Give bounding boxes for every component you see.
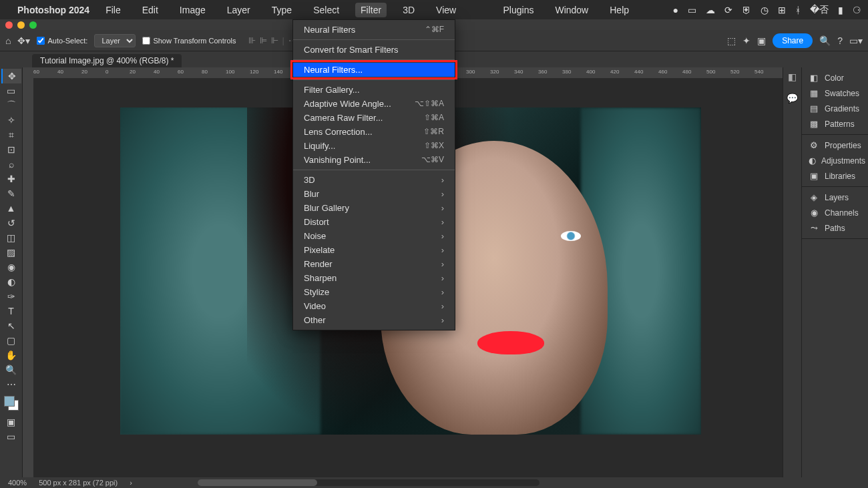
rectangle-tool[interactable]: ▢ [1,333,21,348]
eyedropper-tool[interactable]: ⌕ [1,157,21,172]
frame-tool[interactable]: ⊡ [1,142,21,157]
quick-mask-icon[interactable]: ▣ [1,415,21,429]
battery-icon[interactable]: ▮ [838,5,843,15]
panel-row-patterns[interactable]: ▩Patterns [802,116,868,132]
panel-row-channels[interactable]: ◉Channels [802,205,868,220]
brush-tool[interactable]: ✎ [1,186,21,201]
menu-select[interactable]: Select [308,3,345,17]
menu-item-noise[interactable]: Noise› [293,229,455,243]
document-tab[interactable]: Tutorial Image.jpg @ 400% (RGB/8) * [32,54,182,67]
auto-select-checkbox[interactable] [37,37,45,45]
panel-row-gradients[interactable]: ▤Gradients [802,101,868,116]
menu-item-last-filter[interactable]: Neural Filters ⌃⌘F [293,23,455,37]
panel-row-paths[interactable]: ⤳Paths [802,220,868,236]
color-swatch[interactable] [4,396,19,411]
move-tool[interactable]: ✥ [1,69,21,83]
menu-item-camera-raw-filter---[interactable]: Camera Raw Filter...⇧⌘A [293,111,455,125]
marquee-tool[interactable]: ▭ [1,83,21,98]
edit-toolbar[interactable]: ⋯ [1,377,21,392]
magic-wand-tool[interactable]: ✧ [1,113,21,128]
stamp-tool[interactable]: ▲ [1,201,21,216]
show-transform-checkbox[interactable] [142,37,150,45]
eraser-tool[interactable]: ◫ [1,230,21,245]
menu-item-blur-gallery[interactable]: Blur Gallery› [293,201,455,215]
panel-row-swatches[interactable]: ▦Swatches [802,85,868,101]
screen-mode-icon[interactable]: ▭ [1,429,21,444]
healing-tool[interactable]: ✚ [1,172,21,186]
align-left-icon[interactable]: ⊪ [248,35,256,45]
menu-edit[interactable]: Edit [137,3,164,17]
menu-item-convert-smart[interactable]: Convert for Smart Filters [293,43,455,57]
menu-item-stylize[interactable]: Stylize› [293,285,455,299]
screen-icon[interactable]: ▭ [688,5,696,15]
panel-row-libraries[interactable]: ▣Libraries [802,168,868,184]
panel-row-properties[interactable]: ⚙Properties [802,138,868,153]
menu-plugins[interactable]: Plugins [498,3,539,17]
menu-item-adaptive-wide-angle---[interactable]: Adaptive Wide Angle...⌥⇧⌘A [293,97,455,111]
menu-item-sharpen[interactable]: Sharpen› [293,271,455,285]
auto-select-dropdown[interactable]: Layer [94,34,136,47]
menu-item-blur[interactable]: Blur› [293,187,455,201]
zoom-level[interactable]: 400% [8,479,27,487]
pen-tool[interactable]: ✑ [1,289,21,304]
menu-window[interactable]: Window [550,3,594,17]
sync-icon[interactable]: ⟳ [724,5,732,15]
panel-icon-2[interactable]: 💬 [787,93,798,103]
menu-item-other[interactable]: Other› [293,313,455,327]
horizontal-scrollbar[interactable] [198,479,539,486]
3d-mode-icon[interactable]: ⬚ [727,35,736,46]
menu-item-video[interactable]: Video› [293,299,455,313]
search-icon[interactable]: 🔍 [819,35,831,46]
panel-row-layers[interactable]: ◈Layers [802,190,868,205]
menu-item-liquify---[interactable]: Liquify...⇧⌘X [293,139,455,153]
type-tool[interactable]: T [1,304,21,318]
bluetooth-icon[interactable]: ᚼ [795,5,801,15]
control-center-icon[interactable]: ⚆ [853,5,861,15]
hand-tool[interactable]: ✋ [1,348,21,362]
wifi-icon[interactable]: �否 [810,4,829,16]
history-brush-tool[interactable]: ↺ [1,216,21,230]
menu-item-filter-gallery---[interactable]: Filter Gallery... [293,83,455,97]
cloud-icon[interactable]: ☁ [706,5,715,15]
doc-dimensions[interactable]: 500 px x 281 px (72 ppi) [39,479,118,487]
menu-layer[interactable]: Layer [222,3,256,17]
menu-item-distort[interactable]: Distort› [293,215,455,229]
menu-item-pixelate[interactable]: Pixelate› [293,243,455,257]
close-window-button[interactable] [5,21,13,29]
menu-image[interactable]: Image [174,3,211,17]
align-right-icon[interactable]: ⊩ [271,35,278,45]
dodge-tool[interactable]: ◐ [1,274,21,289]
clock-icon[interactable]: ◷ [761,5,769,15]
panel-row-color[interactable]: ◧Color [802,70,868,85]
menu-help[interactable]: Help [604,3,634,17]
move-tool-icon[interactable]: ✥▾ [17,35,30,46]
blur-tool[interactable]: ◉ [1,260,21,274]
lasso-tool[interactable]: ⌒ [1,98,21,113]
shield-icon[interactable]: ⛨ [742,5,751,15]
minimize-window-button[interactable] [17,21,25,29]
path-select-tool[interactable]: ↖ [1,318,21,333]
3d-camera-icon[interactable]: ▣ [757,35,766,46]
menu-item-3d[interactable]: 3D› [293,173,455,187]
chevron-right-icon[interactable]: › [130,479,132,487]
scrollbar-thumb[interactable] [198,479,317,486]
crop-tool[interactable]: ⌗ [1,128,21,142]
menu-filter[interactable]: Filter [355,3,387,17]
zoom-window-button[interactable] [29,21,37,29]
app-name[interactable]: Photoshop 2024 [17,5,89,15]
menu-item-lens-correction---[interactable]: Lens Correction...⇧⌘R [293,125,455,139]
3d-axis-icon[interactable]: ✦ [742,35,750,46]
help-icon[interactable]: ? [837,35,843,46]
menu-3d[interactable]: 3D [397,3,420,17]
zoom-tool[interactable]: 🔍 [1,362,21,377]
panel-icon-1[interactable]: ◧ [788,71,797,82]
menu-item-vanishing-point---[interactable]: Vanishing Point...⌥⌘V [293,153,455,167]
workspace-icon[interactable]: ▭▾ [849,35,863,46]
panel-row-adjustments[interactable]: ◐Adjustments [802,153,868,168]
menu-item-render[interactable]: Render› [293,257,455,271]
record-icon[interactable]: ● [673,5,678,15]
gradient-tool[interactable]: ▨ [1,245,21,260]
home-icon[interactable]: ⌂ [5,35,11,46]
grid-icon[interactable]: ⊞ [778,5,786,15]
menu-view[interactable]: View [431,3,461,17]
